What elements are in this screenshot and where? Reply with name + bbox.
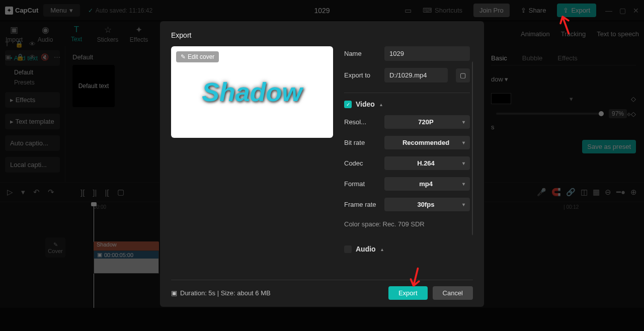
modal-body: ✎ Edit cover Shadow Name 1029 Export to … xyxy=(171,46,473,276)
export-form: Name 1029 Export to D:/1029.mp4 ▢ ✓ Vide… xyxy=(344,46,473,276)
preview-text: Shadow xyxy=(202,77,302,107)
footer-info: ▣ Duration: 5s | Size: about 6 MB xyxy=(171,289,271,297)
modal-export-button[interactable]: Export xyxy=(388,286,428,300)
browse-button[interactable]: ▢ xyxy=(456,68,470,82)
folder-icon: ▢ xyxy=(460,71,466,79)
modal-cancel-button[interactable]: Cancel xyxy=(433,286,473,300)
chevron-down-icon: ▾ xyxy=(462,160,465,166)
export-cover-preview: ✎ Edit cover Shadow xyxy=(171,46,333,138)
audio-section-header[interactable]: Audio ▴ xyxy=(344,238,470,253)
format-select[interactable]: mp4▾ xyxy=(384,177,470,191)
pencil-icon: ✎ xyxy=(181,53,186,60)
scrollbar[interactable] xyxy=(472,61,473,235)
caret-up-icon: ▴ xyxy=(381,246,383,252)
export-modal: Export ✎ Edit cover Shadow Name 1029 Exp… xyxy=(160,21,484,307)
export-to-row: Export to D:/1029.mp4 ▢ xyxy=(344,68,470,82)
modal-footer: ▣ Duration: 5s | Size: about 6 MB Export… xyxy=(171,280,473,300)
modal-title: Export xyxy=(171,31,473,39)
chevron-down-icon: ▾ xyxy=(462,140,465,145)
video-checkbox[interactable]: ✓ xyxy=(344,101,352,108)
resolution-select[interactable]: 720P▾ xyxy=(384,115,470,129)
name-row: Name 1029 xyxy=(344,46,470,61)
chevron-down-icon: ▾ xyxy=(462,119,465,125)
video-section-header[interactable]: ✓ Video ▴ xyxy=(344,93,470,108)
film-icon: ▣ xyxy=(171,289,177,297)
bitrate-select[interactable]: Recommended▾ xyxy=(384,136,470,149)
caret-up-icon: ▴ xyxy=(380,102,382,107)
audio-checkbox[interactable] xyxy=(344,245,352,253)
chevron-down-icon: ▾ xyxy=(462,202,465,207)
chevron-down-icon: ▾ xyxy=(462,181,465,187)
fps-select[interactable]: 30fps▾ xyxy=(384,198,470,211)
codec-select[interactable]: H.264▾ xyxy=(384,156,470,170)
export-path-display: D:/1029.mp4 xyxy=(384,68,448,82)
name-input[interactable]: 1029 xyxy=(384,46,470,61)
color-space-note: Color space: Rec. 709 SDR xyxy=(344,220,470,228)
edit-cover-button[interactable]: ✎ Edit cover xyxy=(176,51,219,62)
